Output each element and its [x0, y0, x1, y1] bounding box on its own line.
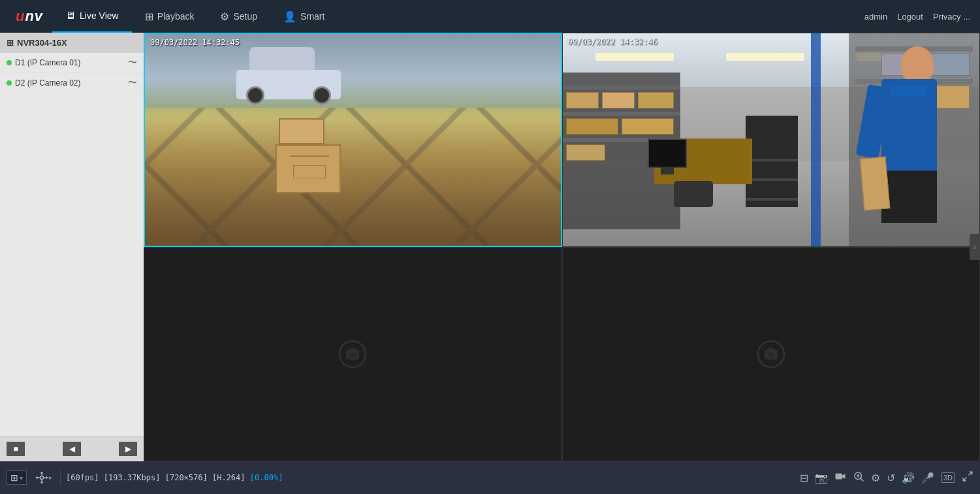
- timestamp-cell1: 09/03/2022 14:32:45: [150, 38, 240, 47]
- username-label: admin: [864, 12, 887, 22]
- svg-line-20: [861, 478, 864, 482]
- nav-item-setup[interactable]: ⚙ Setup: [207, 0, 270, 33]
- grid-dropdown-arrow: ▾: [20, 474, 23, 482]
- warehouse-video-feed: [563, 33, 980, 246]
- svg-rect-10: [768, 349, 774, 352]
- svg-line-23: [969, 472, 972, 475]
- nav-item-smart[interactable]: 👤 Smart: [270, 0, 338, 33]
- outdoor-video-feed: [145, 34, 561, 246]
- smart-icon: 👤: [283, 10, 296, 23]
- video-cell-1[interactable]: 09/03/2022 14:32:45: [144, 33, 562, 247]
- camera-placeholder-icon-4: [755, 338, 787, 370]
- grid-icon-sidebar: ⊞: [7, 38, 14, 48]
- svg-marker-18: [842, 474, 846, 479]
- toolbar-right-actions: ⊟ 📷 ⚙ ↺ 🔊 🎤 3D: [800, 470, 973, 485]
- 3d-badge[interactable]: 3D: [941, 472, 955, 483]
- svg-point-16: [40, 476, 44, 480]
- camera-status-dot-d2: [7, 80, 12, 86]
- fullscreen-icon[interactable]: [962, 470, 973, 485]
- sidebar-next-button[interactable]: ▶: [119, 442, 137, 456]
- svg-point-9: [768, 352, 774, 358]
- device-name: NVR304-16X: [17, 38, 67, 48]
- nav-item-live-view[interactable]: 🖥 Live View: [52, 0, 132, 33]
- video-cell-2[interactable]: 09/03/2022 14:32:46: [562, 33, 981, 247]
- microphone-icon[interactable]: 🎤: [921, 472, 934, 484]
- camera-settings-icon-d2[interactable]: 〜: [128, 77, 137, 89]
- nav-label-smart: Smart: [300, 11, 324, 22]
- live-view-icon: 🖥: [65, 10, 76, 22]
- stream-stats: [60fps] [193.37Kbps] [720×576] [H.264]: [66, 473, 245, 482]
- sidebar-device-header: ⊞ NVR304-16X: [0, 33, 144, 53]
- logo: unv: [0, 8, 52, 25]
- svg-line-24: [963, 478, 966, 481]
- camera-item-d1[interactable]: D1 (IP Camera 01) 〜: [0, 53, 144, 73]
- video-cell-3[interactable]: [144, 247, 562, 461]
- collapse-handle[interactable]: ›: [970, 234, 980, 260]
- playback-icon: ⊞: [145, 10, 153, 23]
- svg-rect-4: [350, 349, 355, 352]
- nav-item-playback[interactable]: ⊞ Playback: [132, 0, 208, 33]
- svg-rect-11: [775, 350, 778, 352]
- bottom-toolbar: ⊞ ▾ ▾ [60fps] [193.37Kbps] [720×576] [H.…: [0, 461, 980, 494]
- main-area: ⊞ NVR304-16X D1 (IP Camera 01) 〜 D2 (IP …: [0, 33, 980, 461]
- empty-feed-4: [563, 248, 980, 461]
- ptz-dropdown-arrow: ▾: [48, 474, 52, 482]
- camera-label-d1: D1 (IP Camera 01): [15, 58, 125, 67]
- sidebar-stop-button[interactable]: ■: [7, 442, 25, 456]
- svg-rect-5: [356, 350, 359, 352]
- car-element: [236, 47, 341, 99]
- nav-label-setup: Setup: [233, 11, 257, 22]
- svg-point-3: [349, 352, 356, 358]
- snapshot-icon[interactable]: 📷: [815, 472, 828, 484]
- sidebar-prev-button[interactable]: ◀: [63, 442, 81, 456]
- volume-icon[interactable]: 🔊: [902, 472, 915, 484]
- empty-feed-3: [144, 248, 561, 461]
- person-element: [862, 46, 940, 229]
- settings-icon[interactable]: ⚙: [871, 472, 880, 484]
- setup-icon: ⚙: [220, 10, 229, 23]
- zoom-search-icon[interactable]: [853, 470, 864, 485]
- privacy-link[interactable]: Privacy ...: [933, 12, 970, 22]
- top-navigation: unv 🖥 Live View ⊞ Playback ⚙ Setup 👤 Sma…: [0, 0, 980, 33]
- logout-button[interactable]: Logout: [897, 12, 923, 22]
- sidebar: ⊞ NVR304-16X D1 (IP Camera 01) 〜 D2 (IP …: [0, 33, 144, 461]
- stream-highlight: [0.00%]: [250, 473, 283, 482]
- timestamp-cell2: 09/03/2022 14:32:46: [568, 37, 657, 46]
- grid-layout-selector[interactable]: ⊞ ▾: [7, 470, 27, 485]
- camera-settings-icon-d1[interactable]: 〜: [128, 57, 137, 69]
- multiscreen-icon[interactable]: ⊟: [800, 472, 808, 484]
- camera-item-d2[interactable]: D2 (IP Camera 02) 〜: [0, 73, 144, 93]
- record-icon[interactable]: [834, 470, 846, 485]
- toolbar-separator-1: [60, 470, 61, 486]
- nav-menu: 🖥 Live View ⊞ Playback ⚙ Setup 👤 Smart: [52, 0, 864, 33]
- camera-placeholder-icon-3: [336, 338, 369, 370]
- svg-rect-17: [835, 474, 842, 480]
- video-cell-4[interactable]: [562, 247, 981, 461]
- refresh-icon[interactable]: ↺: [887, 472, 895, 484]
- grid-layout-icon: ⊞: [10, 472, 18, 483]
- stream-info-display: [60fps] [193.37Kbps] [720×576] [H.264] […: [66, 473, 283, 482]
- nav-right-area: admin Logout Privacy ...: [864, 12, 980, 22]
- sidebar-footer: ■ ◀ ▶: [0, 436, 144, 461]
- camera-status-dot-d1: [7, 60, 12, 65]
- camera-label-d2: D2 (IP Camera 02): [15, 78, 125, 88]
- ptz-control-button[interactable]: ▾: [32, 470, 55, 486]
- nav-label-live-view: Live View: [80, 10, 119, 21]
- brand-logo: unv: [16, 8, 43, 25]
- nav-label-playback: Playback: [157, 11, 195, 22]
- video-grid: 09/03/2022 14:32:45: [144, 33, 980, 461]
- boxes-element: [276, 144, 341, 193]
